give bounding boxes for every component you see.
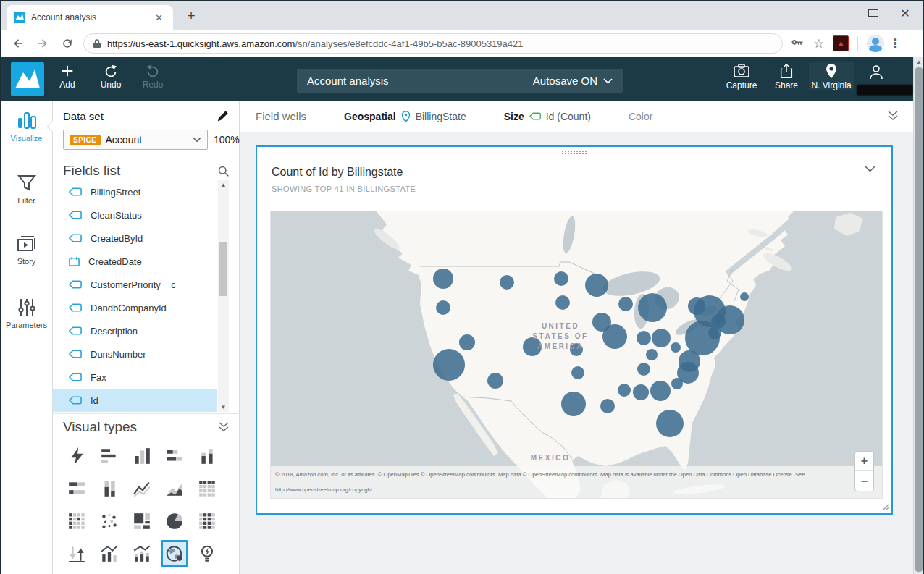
visual-type-combo-bar-line[interactable] xyxy=(96,540,123,567)
map-bubble[interactable] xyxy=(436,300,450,315)
map-bubble[interactable] xyxy=(637,363,650,376)
field-item-createddate[interactable]: CreatedDate xyxy=(53,250,217,273)
quicksight-logo[interactable] xyxy=(11,62,44,96)
search-icon[interactable] xyxy=(217,165,230,177)
dataset-dropdown[interactable]: SPICE Account xyxy=(63,130,208,150)
map-bubble[interactable] xyxy=(554,271,568,286)
visual-type-insights[interactable] xyxy=(193,540,221,567)
map-bubble[interactable] xyxy=(638,293,667,322)
key-icon[interactable] xyxy=(790,36,805,51)
map-bubble[interactable] xyxy=(500,275,514,290)
undo-button[interactable]: Undo xyxy=(91,62,131,90)
map-bubble[interactable] xyxy=(740,292,749,301)
field-item-cleanstatus[interactable]: CleanStatus xyxy=(53,203,217,227)
visual-type-bar-horizontal-stacked[interactable] xyxy=(161,442,188,470)
drag-handle[interactable] xyxy=(562,151,587,156)
redo-button[interactable]: Redo xyxy=(133,62,173,90)
map-bubble[interactable] xyxy=(633,384,649,400)
rail-item-story[interactable]: Story xyxy=(1,225,52,287)
visual-type-pivot-table[interactable] xyxy=(63,507,91,535)
visual-type-kpi[interactable] xyxy=(63,540,91,567)
zoom-in-button[interactable]: + xyxy=(855,452,873,471)
map-bubble[interactable] xyxy=(459,334,475,350)
zoom-out-button[interactable]: − xyxy=(855,471,873,491)
browser-tab[interactable]: Account analysis ✕ xyxy=(7,5,173,30)
field-item-dandbcompanyid[interactable]: DandbCompanyId xyxy=(53,296,217,319)
map-bubble[interactable] xyxy=(650,381,671,401)
size-well[interactable]: Size Id (Count) xyxy=(504,111,591,122)
visual-type-pie-chart[interactable] xyxy=(161,507,188,535)
map-bubble[interactable] xyxy=(433,269,453,289)
map-bubble[interactable] xyxy=(555,295,570,310)
forward-icon[interactable] xyxy=(35,36,50,51)
visual-type-line-chart[interactable] xyxy=(128,475,156,502)
visual-type-bar-horizontal-100[interactable] xyxy=(63,475,91,502)
window-maximize-button[interactable] xyxy=(868,7,878,19)
scroll-down-icon[interactable]: ▼ xyxy=(218,404,229,410)
map-bubble[interactable] xyxy=(671,342,681,353)
visual-type-tree-map[interactable] xyxy=(128,507,156,535)
visual-type-combo-stacked-line[interactable] xyxy=(128,540,156,567)
map-bubble[interactable] xyxy=(585,274,608,297)
chrome-menu-icon[interactable]: ••• xyxy=(893,38,897,49)
rail-item-filter[interactable]: Filter xyxy=(1,163,52,225)
adobe-extension-icon[interactable]: ▲ xyxy=(833,35,849,51)
scrollbar-thumb[interactable] xyxy=(915,67,923,572)
map-bubble[interactable] xyxy=(487,373,503,389)
edit-pencil-icon[interactable] xyxy=(217,109,230,122)
visual-type-bar-horizontal[interactable] xyxy=(96,442,123,470)
tab-close-icon[interactable]: ✕ xyxy=(152,11,166,25)
region-selector[interactable]: N. Virginia xyxy=(809,62,854,90)
analysis-title-field[interactable]: Account analysis Autosave ON xyxy=(297,69,623,93)
visual-type-bar-vertical-stacked[interactable] xyxy=(193,442,221,470)
geospatial-map[interactable]: UNITED STATES OF AMERICA MEXICO © 2018, … xyxy=(270,211,883,499)
back-icon[interactable] xyxy=(11,36,25,51)
map-bubble[interactable] xyxy=(652,329,671,347)
resize-handle-icon[interactable] xyxy=(881,502,889,511)
visual-type-heat-grid[interactable] xyxy=(193,475,221,502)
field-item-billingstreet[interactable]: BillingStreet xyxy=(53,180,217,203)
window-close-button[interactable]: ✕ xyxy=(900,7,910,20)
visual-card[interactable]: Count of Id by Billingstate SHOWING TOP … xyxy=(256,145,893,515)
reload-icon[interactable] xyxy=(60,36,75,51)
field-item-description[interactable]: Description xyxy=(53,319,217,342)
url-input[interactable]: https://us-east-1.quicksight.aws.amazon.… xyxy=(83,33,783,54)
field-item-id[interactable]: Id xyxy=(53,389,217,412)
new-tab-button[interactable]: + xyxy=(182,8,201,24)
color-well[interactable]: Color xyxy=(629,111,652,122)
visual-type-geospatial-map[interactable] xyxy=(161,540,188,567)
visual-type-area-chart[interactable] xyxy=(161,475,188,502)
add-button[interactable]: Add xyxy=(47,62,88,90)
map-bubble[interactable] xyxy=(637,331,651,345)
field-item-dunsnumber[interactable]: DunsNumber xyxy=(53,342,217,366)
rail-item-parameters[interactable]: Parameters xyxy=(1,287,52,350)
visual-type-scatter-plot[interactable] xyxy=(96,507,123,535)
field-item-fax[interactable]: Fax xyxy=(53,366,217,389)
bookmark-star-icon[interactable]: ☆ xyxy=(813,36,824,51)
scroll-up-icon[interactable]: ▲ xyxy=(218,182,229,188)
map-bubble[interactable] xyxy=(561,392,586,416)
visual-type-heat-map[interactable] xyxy=(193,507,221,535)
map-bubble[interactable] xyxy=(688,297,705,315)
map-bubble[interactable] xyxy=(571,366,584,379)
visual-type-auto-graph[interactable] xyxy=(63,442,91,470)
map-bubble[interactable] xyxy=(602,324,627,349)
visual-type-bar-vertical[interactable] xyxy=(128,442,156,470)
visual-type-bar-vertical-100[interactable] xyxy=(96,475,123,502)
window-minimize-button[interactable]: — xyxy=(836,7,847,19)
scroll-up-icon[interactable]: ▲ xyxy=(914,59,924,65)
double-chevron-down-icon[interactable] xyxy=(887,111,899,121)
page-scrollbar[interactable]: ▲ xyxy=(913,57,923,574)
field-item-customerpriority__c[interactable]: CustomerPriority__c xyxy=(53,273,217,296)
autosave-dropdown[interactable]: Autosave ON xyxy=(533,75,613,87)
profile-avatar[interactable] xyxy=(867,35,884,52)
visual-menu-chevron-icon[interactable] xyxy=(865,166,875,172)
map-bubble[interactable] xyxy=(618,297,633,311)
geospatial-well[interactable]: Geospatial BillingState xyxy=(344,111,466,122)
fields-scrollbar[interactable]: ▲ ▼ xyxy=(218,180,229,412)
double-chevron-down-icon[interactable] xyxy=(218,422,230,432)
map-bubble[interactable] xyxy=(433,349,465,381)
map-bubble[interactable] xyxy=(646,349,658,360)
capture-button[interactable]: Capture xyxy=(719,62,764,90)
rail-item-visualize[interactable]: Visualize xyxy=(1,101,52,163)
